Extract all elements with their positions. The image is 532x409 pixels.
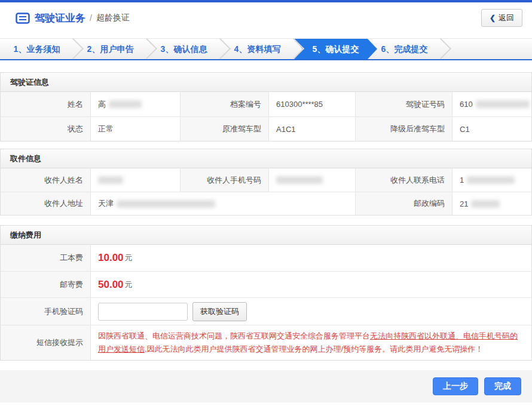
sms-code-input[interactable] [98, 303, 188, 321]
recipient-name-label: 收件人姓名 [1, 168, 90, 192]
downgraded-class-label: 降级后准驾车型 [355, 117, 452, 141]
license-number-value: 610 [452, 92, 531, 116]
step-business-notice[interactable]: 1、业务须知 [0, 39, 74, 59]
step-confirm-info[interactable]: 3、确认信息 [147, 39, 221, 59]
back-button-label: 返回 [499, 13, 514, 23]
postage-fee-amount: 50.00 [98, 279, 124, 291]
postage-fee-unit: 元 [125, 279, 133, 290]
sms-code-row: 获取验证码 [90, 298, 531, 325]
step-finish-submit[interactable]: 6、完成提交 [368, 39, 441, 59]
previous-step-button[interactable]: 上一步 [433, 377, 478, 395]
finish-button[interactable]: 完成 [484, 377, 521, 395]
original-class-value: A1C1 [268, 117, 355, 141]
table-row: 收件人地址 天津 邮政编码 21 [1, 192, 531, 215]
postage-fee-value: 50.00 元 [90, 272, 531, 297]
page-subtitle: 超龄换证 [96, 13, 130, 23]
wizard-steps-bar: 1、业务须知 2、用户申告 3、确认信息 4、资料填写 5、确认提交 6、完成提… [0, 38, 532, 60]
name-label: 姓名 [1, 92, 90, 116]
recipient-name-value [90, 168, 180, 192]
redacted-value [276, 176, 323, 184]
footer-action-bar: 上一步 完成 [0, 370, 532, 402]
production-fee-amount: 10.00 [98, 252, 124, 264]
license-service-icon [16, 13, 30, 24]
table-row: 工本费 10.00 元 [1, 245, 531, 271]
sms-notice-value: 因陕西省联通、电信运营商技术问题，陕西省互联网交通安全综合服务管理平台无法向持陕… [90, 325, 531, 360]
pickup-info-section: 取件信息 收件人姓名 收件人手机号码 收件人联系电话 1 收件人地址 天津 邮政… [0, 149, 532, 216]
sms-notice-text: 因陕西省联通、电信运营商技术问题，陕西省互联网交通安全综合服务管理平台无法向持陕… [91, 325, 531, 360]
redacted-value [109, 100, 142, 108]
redacted-value [476, 100, 530, 108]
recipient-phone-value: 1 [452, 168, 531, 192]
redacted-value [467, 176, 515, 184]
sms-notice-label: 短信接收提示 [1, 325, 90, 360]
table-row: 姓名 高 档案编号 610300****85 驾驶证号码 610 [1, 92, 531, 116]
recipient-address-value: 天津 [90, 192, 355, 215]
postal-code-value: 21 [452, 192, 531, 215]
page-header: 驾驶证业务 / 超龄换证 ❮ 返回 [0, 2, 532, 33]
payment-section-title: 缴纳费用 [1, 226, 531, 245]
postage-fee-label: 邮寄费 [1, 272, 90, 297]
back-chevron-icon: ❮ [490, 14, 496, 22]
redacted-value [98, 176, 123, 184]
step-fill-data[interactable]: 4、资料填写 [221, 39, 294, 59]
sms-code-label: 手机验证码 [1, 298, 90, 325]
status-label: 状态 [1, 117, 90, 141]
production-fee-unit: 元 [125, 253, 133, 263]
downgraded-class-value: C1 [452, 117, 531, 141]
step-user-declaration[interactable]: 2、用户申告 [74, 39, 147, 59]
table-row: 手机验证码 获取验证码 [1, 297, 531, 325]
postal-code-label: 邮政编码 [355, 192, 452, 215]
original-class-label: 原准驾车型 [180, 117, 268, 141]
status-value: 正常 [90, 117, 180, 141]
license-info-section: 驾驶证信息 姓名 高 档案编号 610300****85 驾驶证号码 610 状… [0, 72, 532, 142]
table-row: 邮寄费 50.00 元 [1, 271, 531, 297]
production-fee-value: 10.00 元 [90, 245, 531, 271]
production-fee-label: 工本费 [1, 245, 90, 271]
recipient-address-label: 收件人地址 [1, 192, 90, 215]
back-button[interactable]: ❮ 返回 [481, 9, 522, 27]
breadcrumb-separator: / [90, 13, 92, 23]
table-row: 收件人姓名 收件人手机号码 收件人联系电话 1 [1, 168, 531, 192]
payment-section: 缴纳费用 工本费 10.00 元 邮寄费 50.00 元 手机验证码 获取验证码… [0, 225, 532, 361]
license-section-title: 驾驶证信息 [1, 73, 531, 92]
page-title: 驾驶证业务 [35, 11, 85, 25]
recipient-mobile-value [268, 168, 355, 192]
recipient-mobile-label: 收件人手机号码 [180, 168, 268, 192]
redacted-value [117, 200, 215, 208]
file-number-label: 档案编号 [180, 92, 268, 116]
table-row: 状态 正常 原准驾车型 A1C1 降级后准驾车型 C1 [1, 116, 531, 141]
step-confirm-submit-active[interactable]: 5、确认提交 [294, 39, 377, 59]
pickup-section-title: 取件信息 [1, 149, 531, 168]
name-value: 高 [90, 92, 180, 116]
table-row: 短信接收提示 因陕西省联通、电信运营商技术问题，陕西省互联网交通安全综合服务管理… [1, 325, 531, 360]
file-number-value: 610300****85 [268, 92, 355, 116]
redacted-value [471, 200, 500, 208]
license-number-label: 驾驶证号码 [355, 92, 452, 116]
get-sms-code-button[interactable]: 获取验证码 [192, 302, 247, 321]
recipient-phone-label: 收件人联系电话 [355, 168, 452, 192]
